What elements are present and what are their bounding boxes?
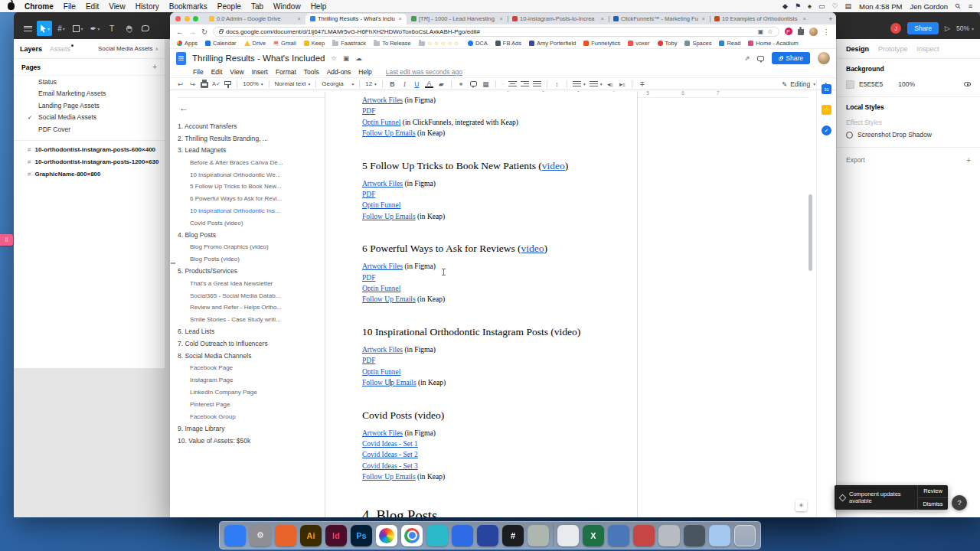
https-lock-icon[interactable]	[219, 31, 223, 34]
menubar-status-icon-5[interactable]: ♡	[831, 2, 838, 10]
figma-assets-tab[interactable]: Assets	[50, 45, 70, 53]
figma-present-icon[interactable]: ▷	[945, 24, 950, 32]
tab-close-icon[interactable]: ×	[803, 15, 806, 22]
figma-inspect-tab[interactable]: Inspect	[917, 45, 939, 53]
docs-menu-file[interactable]: File	[193, 68, 204, 76]
background-color-swatch[interactable]	[846, 80, 854, 89]
docs-menu-view[interactable]: View	[230, 68, 243, 76]
pen-tool-icon[interactable]: ✒▾	[87, 21, 103, 36]
doc-link[interactable]: Optin Funnel	[362, 368, 400, 376]
menubar-menu-bookmarks[interactable]: Bookmarks	[169, 2, 207, 11]
doc-link[interactable]: Artwork Files	[362, 96, 403, 104]
dock-icon-google-chrome[interactable]	[401, 525, 423, 546]
bookmark-item[interactable]: Spaces	[684, 40, 711, 47]
outline-item[interactable]: 8. Social Media Channels	[178, 350, 329, 362]
figma-main-menu-button[interactable]	[20, 21, 35, 36]
outline-item[interactable]: Instagram Page	[178, 374, 329, 386]
reload-icon[interactable]: ↻	[201, 28, 207, 36]
figma-layer-item[interactable]: #GraphicName-800×800	[14, 168, 165, 181]
docs-menu-edit[interactable]: Edit	[211, 68, 223, 76]
outline-item[interactable]: 9. Image Library	[178, 422, 329, 435]
dock-icon-firefox[interactable]	[275, 525, 296, 546]
figma-avatar[interactable]: J	[890, 23, 901, 34]
bookmark-item[interactable]: To Release	[374, 40, 411, 47]
doc-link[interactable]: Follow Up Emails	[362, 473, 416, 481]
address-bar[interactable]: docs.google.com/document/d/1Ij647LMAMr5v…	[213, 27, 779, 37]
outline-item[interactable]: 3. Lead Magnets	[178, 145, 329, 157]
outline-item[interactable]: 5. Products/Services	[178, 266, 329, 278]
minimize-window-button[interactable]	[185, 16, 190, 21]
move-tool-icon[interactable]: ▾	[37, 21, 52, 36]
bookmark-item[interactable]: Keep	[304, 40, 325, 47]
docs-menu-add-ons[interactable]: Add-ons	[327, 68, 351, 76]
reader-mode-icon[interactable]: ▣	[758, 28, 764, 35]
outline-item[interactable]: 10 Inspirational Orthodontic We...	[178, 168, 329, 181]
apple-menu-icon[interactable]	[8, 2, 15, 10]
clear-formatting-icon[interactable]: T	[638, 80, 646, 88]
outline-item[interactable]: Blog Posts (video)	[178, 253, 329, 266]
bookmark-item[interactable]: Funnelytics	[583, 40, 620, 47]
menubar-clock[interactable]: Mon 4:58 PM	[859, 2, 903, 11]
frame-tool-icon[interactable]: #▾	[54, 21, 69, 36]
docs-share-button[interactable]: Share	[772, 52, 810, 64]
outline-item[interactable]: That's a Great Idea Newsletter	[178, 277, 329, 289]
menubar-menu-chrome[interactable]: Chrome	[24, 2, 54, 11]
figma-page-selector[interactable]: Social Media Assets∧	[98, 45, 158, 52]
dock-icon-app-navy[interactable]	[477, 525, 498, 546]
tab-close-icon[interactable]: ×	[399, 15, 402, 22]
figma-layers-tab[interactable]: Layers	[20, 45, 42, 53]
document-scrollbar[interactable]	[808, 194, 812, 271]
align-center-icon[interactable]	[508, 80, 517, 87]
dock-icon-app-blue[interactable]	[224, 525, 246, 546]
outline-item[interactable]: Blog Promo Graphics (video)	[178, 241, 329, 253]
dock-icon-app-hash[interactable]: #	[502, 525, 524, 546]
doc-link[interactable]: Optin Funnel	[362, 119, 400, 126]
extension-p-icon[interactable]: P	[785, 28, 792, 35]
cloud-saved-icon[interactable]: ☁	[355, 54, 362, 62]
outline-item[interactable]: 1. Account Transfers	[178, 120, 329, 132]
document-stats-icon[interactable]: ⇗	[744, 54, 750, 62]
outline-item[interactable]: Smile Stories - Case Study writi...	[178, 314, 329, 326]
dock-icon-app-blue-doc[interactable]	[608, 525, 629, 546]
bulleted-list-icon[interactable]: ▾	[590, 80, 603, 87]
doc-link[interactable]: PDF	[362, 107, 375, 115]
notification-center-icon[interactable]: ≡	[969, 2, 972, 10]
figma-page-item[interactable]: Status	[14, 76, 165, 88]
outline-item[interactable]: Social365 - Social Media Datab...	[178, 289, 329, 302]
text-color-icon[interactable]: A	[425, 80, 433, 88]
editing-mode-select[interactable]: ✎ Editing▾	[782, 80, 815, 88]
chrome-profile-avatar[interactable]	[809, 28, 818, 36]
doc-link[interactable]: Optin Funnel	[362, 201, 400, 209]
menubar-status-icon-1[interactable]: ◆	[782, 2, 788, 10]
dock-icon-app-slate-doc[interactable]	[684, 525, 705, 546]
outline-item[interactable]: Before & After Braces Canva De...	[178, 156, 329, 168]
effect-style-name[interactable]: Screenshot Drop Shadow	[858, 131, 932, 139]
bookmark-item[interactable]: MGmail	[273, 40, 296, 47]
figma-page-item[interactable]: Email Marketing Assets	[14, 88, 165, 100]
bookmark-item[interactable]: Amy Porterfield	[529, 40, 576, 47]
menubar-status-icon-6[interactable]: ▤	[844, 2, 851, 10]
font-select[interactable]: Georgia▾	[322, 80, 354, 87]
dock-icon-system-preferences[interactable]: ⚙	[250, 525, 271, 546]
outline-item[interactable]: 6. Lead Lists	[178, 326, 329, 338]
shape-tool-icon[interactable]: ▾	[70, 21, 86, 36]
insert-link-icon[interactable]: ⚭	[457, 80, 466, 88]
outline-item[interactable]: Covid Posts (video)	[178, 217, 329, 229]
doc-link[interactable]: Covid Ideas - Set 2	[362, 451, 418, 458]
menubar-menu-people[interactable]: People	[217, 2, 241, 11]
dock-icon-trash[interactable]	[734, 525, 756, 546]
insert-image-icon[interactable]: ▦	[482, 80, 490, 88]
outline-item[interactable]: Review and Refer - Helps Ortho...	[178, 302, 329, 314]
outline-item[interactable]: 5 Follow Up Tricks to Book New...	[178, 181, 329, 193]
add-export-icon[interactable]: +	[966, 156, 971, 165]
align-right-icon[interactable]	[521, 80, 529, 87]
bookmark-item[interactable]: voxer	[628, 40, 649, 47]
figma-page-item[interactable]: Landing Page Assets	[14, 99, 165, 112]
undo-icon[interactable]: ↩	[176, 80, 185, 88]
menubar-menu-window[interactable]: Window	[273, 2, 301, 11]
hand-tool-icon[interactable]	[121, 21, 136, 36]
tab-close-icon[interactable]: ×	[601, 15, 604, 22]
figma-layer-item[interactable]: #10-orthodontist-instagram-posts-600×400	[14, 144, 165, 156]
bookmark-item[interactable]: Calendar	[205, 40, 236, 47]
docs-menu-insert[interactable]: Insert	[252, 68, 268, 76]
